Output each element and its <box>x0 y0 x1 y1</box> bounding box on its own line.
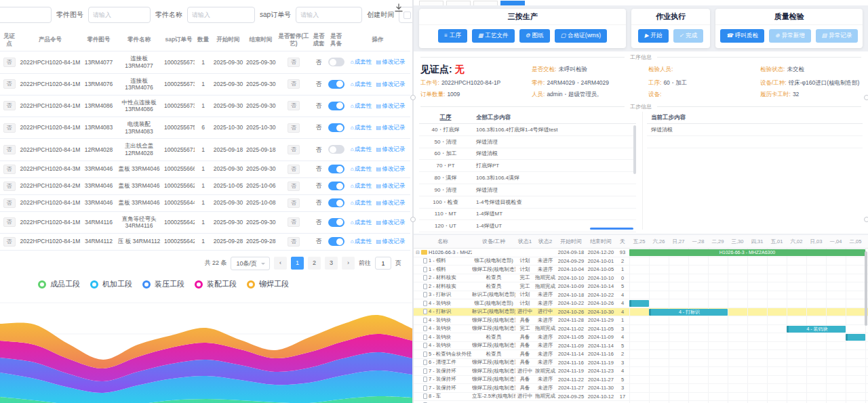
legend-item[interactable]: 装配工段 <box>195 279 237 289</box>
action-button[interactable]: ≡工序 <box>438 29 467 43</box>
set-check-link[interactable]: ⌂成套性 <box>351 199 372 206</box>
download-chart-icon[interactable] <box>393 3 404 16</box>
availability-toggle[interactable] <box>328 218 344 227</box>
gantt-row[interactable]: 3 - 打标识 标识工(核电制造部) 计划 未进序 2024-10-18 202… <box>414 291 868 300</box>
set-check-link[interactable]: ⌂成套性 <box>351 182 372 189</box>
gantt-row[interactable]: 2 - 材料核实 检查员 完工 拖期完成 2024-10-09 2024-10-… <box>414 282 868 291</box>
date-checkbox[interactable] <box>403 12 411 19</box>
partial-filter-input[interactable] <box>0 7 52 23</box>
action-button[interactable]: ▤异常记录 <box>816 29 859 43</box>
page-number-button[interactable]: 2 <box>308 257 321 270</box>
step-row[interactable]: 110・MT1-4焊缝MT <box>419 209 636 221</box>
gantt-row[interactable]: 2 - 材料核实 检查员 完工 拖期完成 2024-10-10 2024-10-… <box>414 274 868 283</box>
set-check-link[interactable]: ⌂成套性 <box>351 58 372 65</box>
availability-toggle[interactable] <box>328 123 344 132</box>
step-row[interactable]: 120・UT1-4焊缝UT <box>419 220 636 232</box>
resize-handle[interactable] <box>410 217 416 222</box>
table-row[interactable]: 否 2022HPCH1020-84-2M 33RM4046 盖板 33RM404… <box>0 177 410 194</box>
gantt-row[interactable]: 8 - 车 立车-2.5米(核电制造部) 进行中 拖期完成 2024-09-25… <box>414 393 868 402</box>
table-row[interactable]: 否 2022HPCH1020-84-1M 13RM4086 中性点连接板 13R… <box>0 95 410 116</box>
page-size-select[interactable]: 10条/页 <box>231 257 270 270</box>
availability-toggle[interactable] <box>328 80 344 89</box>
table-row[interactable]: 否 2022HPCH1020-84-3M 33RM4046 盖板 33RM404… <box>0 161 410 177</box>
gantt-bar[interactable]: 4 - 装钨块 <box>787 326 846 333</box>
action-button[interactable]: ✓完成 <box>673 29 704 43</box>
table-row[interactable]: 否 2022HPCH1020-84-1M 13RM4076 连接板 13RM40… <box>0 73 410 95</box>
pause-tag[interactable]: 否 <box>288 237 300 247</box>
pause-tag[interactable]: 否 <box>288 217 300 227</box>
set-check-link[interactable]: ⌂成套性 <box>351 81 372 87</box>
gantt-row[interactable]: 4 - 装钨块 铆焊工段(核电制造部) 具备 未进序 2024-11-09 20… <box>414 342 868 351</box>
step-row[interactable]: 50・清理焊缝清理 <box>419 136 636 148</box>
gantt-row[interactable]: 7 - 装保持环 铆焊工段(核电制造部) 具备 未进序 2024-11-27 2… <box>414 384 868 393</box>
modify-record-link[interactable]: ▤修改记录 <box>376 81 406 87</box>
action-button[interactable]: ⚙图纸 <box>519 29 550 43</box>
availability-toggle[interactable] <box>328 198 344 207</box>
table-row[interactable]: 否 2022HPCH1020-84-1M 13RM4083 电缆装配 13RM4… <box>0 117 410 139</box>
action-button[interactable]: ▢合格证(wms) <box>555 29 607 43</box>
gantt-row[interactable]: ⊟H1026-66-3 - MHZ2A6300 2024-09-18 2024-… <box>414 249 868 257</box>
resize-handle[interactable] <box>864 217 868 222</box>
next-page-button[interactable]: › <box>342 257 355 270</box>
vertical-scrollbar[interactable] <box>633 125 636 174</box>
gantt-row[interactable]: 4 - 装钨块 铆工(核电制造部) 计划 未进序 2024-10-22 2024… <box>414 299 868 308</box>
gantt-row[interactable]: 4 - 打标识 标识工(核电制造部) 进行中 进行中 2024-10-26 20… <box>414 308 868 317</box>
set-check-link[interactable]: ⌂成套性 <box>351 219 372 226</box>
pause-tag[interactable]: 否 <box>288 182 300 191</box>
modify-record-link[interactable]: ▤修改记录 <box>376 182 406 189</box>
table-row[interactable]: 否 2022HPCH1020-84-1M 34RM4116 直角等径弯头 34R… <box>0 211 410 233</box>
tab-active[interactable] <box>500 1 525 5</box>
horizontal-scrollbar[interactable] <box>590 228 633 230</box>
set-check-link[interactable]: ⌂成套性 <box>351 165 372 172</box>
step-row[interactable]: 60・加工焊缝清根 <box>419 148 636 161</box>
set-check-link[interactable]: ⌂成套性 <box>351 146 372 152</box>
modify-record-link[interactable]: ▤修改记录 <box>376 58 406 65</box>
legend-item[interactable]: 装压工段 <box>142 279 184 289</box>
sap-order-input[interactable] <box>296 7 362 23</box>
set-check-link[interactable]: ⌂成套性 <box>351 124 372 131</box>
part-drawing-no-input[interactable] <box>88 7 151 23</box>
table-row[interactable]: 否 2022HPCH1020-84-1M 34RM4112 压 板 34RM41… <box>0 233 410 250</box>
gantt-row[interactable]: 4 - 装钨块 检查员 具备 未进序 2024-11-05 2024-11-09… <box>414 333 868 342</box>
set-check-link[interactable]: ⌂成套性 <box>351 238 372 245</box>
step-row[interactable]: 90・清理焊缝清理 <box>419 184 636 196</box>
pause-tag[interactable]: 否 <box>288 165 300 174</box>
pause-tag[interactable]: 否 <box>288 79 300 89</box>
availability-toggle[interactable] <box>328 145 344 154</box>
modify-record-link[interactable]: ▤修改记录 <box>376 199 406 206</box>
table-row[interactable]: 否 2022HPCH1020-84-1M 13RM4077 连接板 13RM40… <box>0 51 410 73</box>
action-button[interactable]: ▶开始 <box>638 29 668 43</box>
tab[interactable] <box>419 1 443 5</box>
resize-handle[interactable] <box>410 95 416 100</box>
modify-record-link[interactable]: ▤修改记录 <box>376 238 406 245</box>
action-button[interactable]: ☎呼叫质检 <box>720 29 764 43</box>
step-row[interactable]: 40・打底焊106.3和106.4打底焊1-4号焊缝test <box>419 124 636 136</box>
set-check-link[interactable]: ⌂成套性 <box>351 102 372 109</box>
pause-tag[interactable]: 否 <box>288 198 300 208</box>
gantt-row[interactable]: 7 - 装保持环 铆焊工段(核电制造部) 进行中 按期完成 2024-11-19… <box>414 367 868 376</box>
modify-record-link[interactable]: ▤修改记录 <box>376 219 406 226</box>
tab[interactable] <box>446 1 471 5</box>
gantt-row[interactable]: 1 - 领料 铆工(核电制造部) 计划 未进序 2024-09-29 2024-… <box>414 257 868 266</box>
pause-tag[interactable]: 否 <box>288 101 300 110</box>
availability-toggle[interactable] <box>328 165 344 173</box>
step-row[interactable]: 70・PT打底焊PT <box>419 160 636 172</box>
gantt-row[interactable]: 5 - 检查钨金块外径 检查员 具备 未进序 2024-11-14 2024-1… <box>414 350 868 359</box>
availability-toggle[interactable] <box>328 237 344 246</box>
pause-tag[interactable]: 否 <box>288 123 300 133</box>
part-name-input[interactable] <box>187 7 255 23</box>
gantt-row[interactable]: 4 - 装钨块 铆焊工段(核电制造部) 具备 未进序 2024-11-28 20… <box>414 316 868 325</box>
action-button[interactable]: ▦工艺文件 <box>472 29 515 43</box>
tab[interactable] <box>473 1 498 5</box>
modify-record-link[interactable]: ▤修改记录 <box>376 124 406 131</box>
gantt-bar[interactable]: 4 - 打标识 <box>649 309 728 316</box>
gantt-scrollbar[interactable] <box>865 251 867 326</box>
action-button[interactable]: ⊕异常新增 <box>769 29 811 43</box>
legend-item[interactable]: 铆焊工段 <box>247 279 289 289</box>
modify-record-link[interactable]: ▤修改记录 <box>376 146 406 152</box>
availability-toggle[interactable] <box>328 102 344 110</box>
modify-record-link[interactable]: ▤修改记录 <box>376 102 406 109</box>
gantt-row[interactable]: 4 - 装钨块 铆焊工段(核电制造部) 完工 拖期完成 2024-11-02 2… <box>414 325 868 334</box>
gantt-bar[interactable] <box>629 300 649 307</box>
prev-page-button[interactable]: ‹ <box>274 257 287 270</box>
